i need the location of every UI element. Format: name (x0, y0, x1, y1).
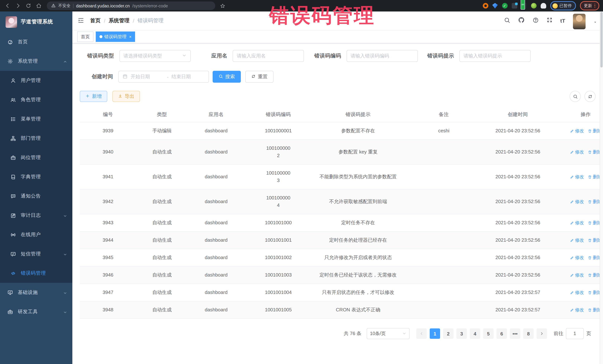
cell-actions: 修改删除 (552, 232, 603, 249)
extension-icon[interactable] (492, 3, 498, 9)
sidebar-item-dict[interactable]: 字典管理 (0, 167, 72, 187)
hamburger-icon[interactable] (78, 17, 85, 24)
pagination: 共 76 条 10条/页 123456•••8 前往 1 页 (80, 328, 596, 339)
browser-update-button[interactable]: 更新 (580, 1, 599, 10)
sidebar-item-online[interactable]: 在线用户 (0, 225, 72, 244)
browser-forward-button[interactable] (14, 2, 22, 10)
goto-page-input[interactable]: 1 (566, 328, 584, 339)
cell-remark (404, 301, 484, 319)
extension-icon[interactable]: on (521, 3, 527, 9)
bookmark-star-icon[interactable] (219, 2, 226, 10)
sidebar-item-infra[interactable]: 基础设施 (0, 283, 72, 302)
extensions-puzzle-icon[interactable] (541, 3, 546, 9)
trash-icon (588, 200, 592, 204)
profile-paused-badge[interactable]: 已暂停 (550, 1, 576, 10)
extension-icon[interactable] (511, 3, 517, 9)
online-icon (10, 232, 16, 237)
page-button[interactable]: 6 (497, 328, 507, 339)
breadcrumb-system[interactable]: 系统管理 (109, 17, 129, 24)
navbar-actions: tT (504, 12, 597, 29)
date-range-picker[interactable]: 开始日期 - 结束日期 (118, 71, 209, 83)
edit-link[interactable]: 修改 (570, 198, 584, 205)
extension-icon[interactable] (483, 3, 488, 9)
next-page-button[interactable] (537, 328, 547, 339)
sidebar-item-dashboard[interactable]: 首页 (0, 32, 72, 52)
edit-link[interactable]: 修改 (570, 289, 584, 296)
edit-link[interactable]: 修改 (570, 254, 584, 261)
edit-link[interactable]: 修改 (570, 173, 584, 180)
extension-icon[interactable] (531, 3, 536, 9)
chevron-down-icon[interactable] (593, 19, 597, 22)
app-name-input[interactable]: 请输入应用名 (233, 50, 304, 62)
browser-home-button[interactable] (35, 2, 42, 10)
github-icon[interactable] (518, 17, 525, 25)
prev-page-button[interactable] (416, 328, 427, 339)
sidebar-item-sms[interactable]: 短信管理 (0, 244, 72, 264)
page-button[interactable]: 4 (470, 328, 480, 339)
search-icon (219, 74, 223, 78)
sidebar-item-code[interactable]: 错误码管理 (0, 264, 72, 283)
edit-link[interactable]: 修改 (570, 306, 584, 314)
fullscreen-icon[interactable] (547, 17, 553, 24)
sidebar-item-menu[interactable]: 菜单管理 (0, 109, 72, 129)
edit-link[interactable]: 修改 (570, 127, 584, 134)
close-icon[interactable]: × (129, 34, 132, 39)
edit-link[interactable]: 修改 (570, 271, 584, 279)
page-button[interactable]: 2 (443, 328, 453, 339)
page-button[interactable]: 5 (483, 328, 494, 339)
browser-back-button[interactable] (4, 2, 11, 10)
reset-button[interactable]: 重置 (245, 71, 274, 83)
sidebar-item-tools[interactable]: 研发工具 (0, 302, 72, 321)
edit-link[interactable]: 修改 (570, 148, 584, 156)
add-button[interactable]: 新增 (80, 91, 107, 102)
text-size-icon[interactable]: tT (560, 18, 565, 24)
table-toolbar: 新增 导出 (80, 91, 596, 102)
warning-icon (51, 3, 56, 8)
cell-time: 2021-04-20 23:52:56 (484, 140, 552, 164)
error-type-select[interactable]: 请选择错误码类型 (119, 50, 191, 62)
page-button[interactable]: 8 (523, 328, 533, 339)
browser-menu-icon[interactable] (594, 4, 595, 8)
breadcrumb-home[interactable]: 首页 (90, 17, 101, 24)
chevron-down-icon (63, 291, 67, 295)
download-icon (118, 94, 122, 99)
toggle-search-button[interactable] (570, 91, 581, 102)
help-icon[interactable] (533, 17, 539, 25)
sidebar-item-gear[interactable]: 系统管理 (0, 52, 72, 71)
address-bar[interactable]: 不安全 dashboard.yudao.iocoder.cn/system/er… (47, 1, 215, 10)
edit-link[interactable]: 修改 (570, 219, 584, 226)
error-code-input[interactable]: 请输入错误码编码 (346, 50, 418, 62)
sidebar-item-audit[interactable]: 审计日志 (0, 206, 72, 225)
pager-ellipsis[interactable]: ••• (510, 328, 520, 339)
header-search-icon[interactable] (504, 17, 510, 25)
sidebar-item-user[interactable]: 用户管理 (0, 71, 72, 90)
browser-reload-button[interactable] (24, 2, 32, 10)
chevron-down-icon (182, 53, 186, 58)
home-icon (36, 3, 41, 9)
scrollbar-thumb[interactable] (600, 12, 603, 67)
page-size-select[interactable]: 10条/页 (367, 328, 410, 339)
error-code-label: 错误码编码 (314, 53, 341, 59)
export-button[interactable]: 导出 (112, 91, 140, 102)
error-msg-input[interactable]: 请输入错误码提示 (459, 50, 531, 62)
sidebar-item-post[interactable]: 岗位管理 (0, 148, 72, 167)
page-scrollbar[interactable] (600, 11, 603, 364)
avatar[interactable] (573, 14, 586, 29)
sidebar-item-role[interactable]: 角色管理 (0, 90, 72, 109)
cell-id: 3943 (80, 214, 136, 232)
table-row: 3948自动生成dashboard1001001005CRON 表达式不正确20… (80, 301, 603, 319)
refresh-table-button[interactable] (584, 91, 596, 102)
extension-icon[interactable]: ✓ (502, 3, 508, 9)
tab-home[interactable]: 首页 (77, 32, 93, 42)
search-button[interactable]: 搜索 (213, 71, 241, 83)
sidebar-item-notice[interactable]: 通知公告 (0, 187, 72, 206)
page-button[interactable]: 1 (430, 328, 440, 339)
cell-msg: CRON 表达式不正确 (312, 301, 404, 319)
page-button[interactable]: 3 (456, 328, 467, 339)
cell-remark (404, 284, 484, 301)
logo[interactable]: 芋道管理系统 (0, 11, 72, 32)
tab-error-code[interactable]: 错误码管理× (96, 32, 135, 42)
edit-link[interactable]: 修改 (570, 236, 584, 244)
sidebar-item-dept[interactable]: 部门管理 (0, 129, 72, 148)
cell-id: 3946 (80, 266, 136, 284)
